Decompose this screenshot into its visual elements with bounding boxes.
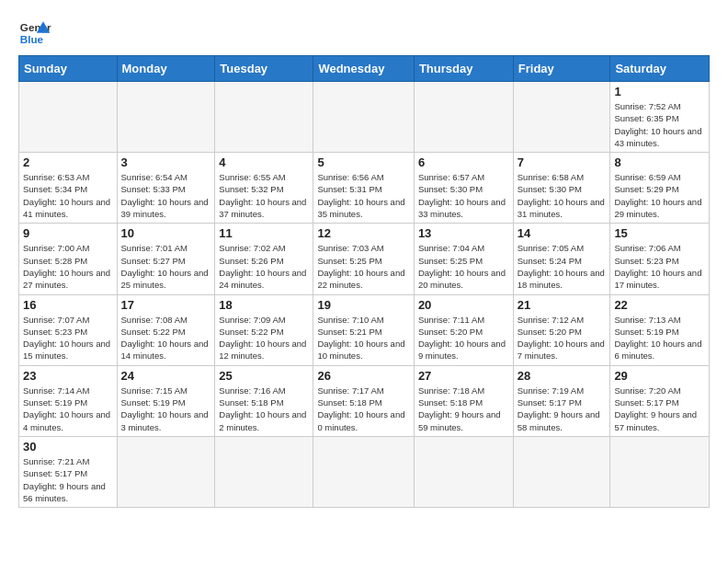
calendar-day-cell: 26Sunrise: 7:17 AM Sunset: 5:18 PM Dayli… [313, 365, 414, 436]
day-info: Sunrise: 7:13 AM Sunset: 5:19 PM Dayligh… [614, 314, 705, 362]
day-number: 3 [121, 155, 211, 169]
day-number: 6 [418, 155, 509, 169]
calendar-week-row: 23Sunrise: 7:14 AM Sunset: 5:19 PM Dayli… [19, 365, 710, 436]
day-number: 13 [418, 226, 509, 240]
day-info: Sunrise: 7:04 AM Sunset: 5:25 PM Dayligh… [418, 242, 509, 291]
day-number: 10 [121, 226, 211, 240]
calendar-day-cell: 10Sunrise: 7:01 AM Sunset: 5:27 PM Dayli… [117, 224, 215, 294]
calendar-day-cell: 15Sunrise: 7:06 AM Sunset: 5:23 PM Dayli… [610, 224, 710, 294]
day-number: 1 [614, 85, 705, 98]
day-info: Sunrise: 7:14 AM Sunset: 5:19 PM Dayligh… [23, 385, 113, 433]
day-number: 23 [23, 369, 113, 383]
day-info: Sunrise: 7:05 AM Sunset: 5:24 PM Dayligh… [518, 242, 607, 291]
calendar-day-cell: 17Sunrise: 7:08 AM Sunset: 5:22 PM Dayli… [117, 294, 215, 365]
day-info: Sunrise: 7:20 AM Sunset: 5:17 PM Dayligh… [614, 385, 705, 433]
day-number: 14 [518, 226, 607, 240]
calendar-day-cell: 16Sunrise: 7:07 AM Sunset: 5:23 PM Dayli… [19, 294, 118, 365]
calendar-table: SundayMondayTuesdayWednesdayThursdayFrid… [18, 55, 710, 508]
calendar-day-cell: 19Sunrise: 7:10 AM Sunset: 5:21 PM Dayli… [313, 294, 414, 365]
day-number: 17 [121, 298, 211, 312]
day-number: 25 [219, 369, 309, 383]
day-info: Sunrise: 7:02 AM Sunset: 5:26 PM Dayligh… [219, 242, 309, 291]
calendar-week-row: 2Sunrise: 6:53 AM Sunset: 5:34 PM Daylig… [19, 153, 710, 224]
calendar-day-cell [513, 82, 610, 153]
day-number: 19 [317, 298, 409, 312]
header: General Blue [18, 15, 710, 48]
generalblue-logo-icon: General Blue [18, 15, 51, 48]
day-info: Sunrise: 7:15 AM Sunset: 5:19 PM Dayligh… [121, 385, 211, 433]
calendar-day-cell [117, 436, 215, 507]
calendar-day-cell: 13Sunrise: 7:04 AM Sunset: 5:25 PM Dayli… [414, 224, 513, 294]
day-info: Sunrise: 6:54 AM Sunset: 5:33 PM Dayligh… [121, 171, 211, 220]
day-info: Sunrise: 6:53 AM Sunset: 5:34 PM Dayligh… [23, 171, 113, 220]
day-info: Sunrise: 7:18 AM Sunset: 5:18 PM Dayligh… [418, 385, 509, 433]
day-number: 30 [23, 440, 113, 454]
calendar-header-wednesday: Wednesday [313, 56, 414, 82]
day-info: Sunrise: 6:59 AM Sunset: 5:29 PM Dayligh… [614, 171, 705, 220]
day-number: 15 [614, 226, 705, 240]
day-number: 18 [219, 298, 309, 312]
day-info: Sunrise: 6:55 AM Sunset: 5:32 PM Dayligh… [219, 171, 309, 220]
day-number: 27 [418, 369, 509, 383]
day-number: 7 [518, 155, 607, 169]
day-info: Sunrise: 7:09 AM Sunset: 5:22 PM Dayligh… [219, 314, 309, 362]
page: General Blue SundayMondayTuesdayWednesda… [0, 0, 728, 517]
day-number: 20 [418, 298, 509, 312]
calendar-day-cell: 28Sunrise: 7:19 AM Sunset: 5:17 PM Dayli… [513, 365, 610, 436]
calendar-day-cell: 7Sunrise: 6:58 AM Sunset: 5:30 PM Daylig… [513, 153, 610, 224]
day-info: Sunrise: 7:17 AM Sunset: 5:18 PM Dayligh… [317, 385, 409, 433]
calendar-day-cell: 4Sunrise: 6:55 AM Sunset: 5:32 PM Daylig… [215, 153, 313, 224]
calendar-day-cell: 8Sunrise: 6:59 AM Sunset: 5:29 PM Daylig… [610, 153, 710, 224]
calendar-day-cell [513, 436, 610, 507]
calendar-header-row: SundayMondayTuesdayWednesdayThursdayFrid… [19, 56, 710, 82]
calendar-day-cell: 6Sunrise: 6:57 AM Sunset: 5:30 PM Daylig… [414, 153, 513, 224]
calendar-day-cell: 29Sunrise: 7:20 AM Sunset: 5:17 PM Dayli… [610, 365, 710, 436]
day-info: Sunrise: 7:08 AM Sunset: 5:22 PM Dayligh… [121, 314, 211, 362]
day-info: Sunrise: 6:57 AM Sunset: 5:30 PM Dayligh… [418, 171, 509, 220]
svg-text:Blue: Blue [20, 33, 44, 45]
day-info: Sunrise: 6:58 AM Sunset: 5:30 PM Dayligh… [518, 171, 607, 220]
calendar-day-cell [313, 82, 414, 153]
calendar-day-cell: 9Sunrise: 7:00 AM Sunset: 5:28 PM Daylig… [19, 224, 118, 294]
day-info: Sunrise: 7:06 AM Sunset: 5:23 PM Dayligh… [614, 242, 705, 291]
day-number: 11 [219, 226, 309, 240]
logo: General Blue [18, 15, 51, 48]
calendar-day-cell: 22Sunrise: 7:13 AM Sunset: 5:19 PM Dayli… [610, 294, 710, 365]
calendar-day-cell [610, 436, 710, 507]
calendar-day-cell: 27Sunrise: 7:18 AM Sunset: 5:18 PM Dayli… [414, 365, 513, 436]
calendar-day-cell [117, 82, 215, 153]
calendar-day-cell: 23Sunrise: 7:14 AM Sunset: 5:19 PM Dayli… [19, 365, 118, 436]
day-info: Sunrise: 7:19 AM Sunset: 5:17 PM Dayligh… [518, 385, 607, 433]
calendar-day-cell: 11Sunrise: 7:02 AM Sunset: 5:26 PM Dayli… [215, 224, 313, 294]
day-number: 28 [518, 369, 607, 383]
day-info: Sunrise: 7:11 AM Sunset: 5:20 PM Dayligh… [418, 314, 509, 362]
calendar-header-thursday: Thursday [414, 56, 513, 82]
day-info: Sunrise: 7:10 AM Sunset: 5:21 PM Dayligh… [317, 314, 409, 362]
day-number: 24 [121, 369, 211, 383]
day-number: 29 [614, 369, 705, 383]
calendar-day-cell [19, 82, 118, 153]
day-info: Sunrise: 7:12 AM Sunset: 5:20 PM Dayligh… [518, 314, 607, 362]
calendar-header-friday: Friday [513, 56, 610, 82]
day-number: 8 [614, 155, 705, 169]
calendar-header-monday: Monday [117, 56, 215, 82]
calendar-week-row: 30Sunrise: 7:21 AM Sunset: 5:17 PM Dayli… [19, 436, 710, 507]
calendar-day-cell: 14Sunrise: 7:05 AM Sunset: 5:24 PM Dayli… [513, 224, 610, 294]
day-number: 2 [23, 155, 113, 169]
day-number: 26 [317, 369, 409, 383]
day-info: Sunrise: 7:01 AM Sunset: 5:27 PM Dayligh… [121, 242, 211, 291]
day-info: Sunrise: 7:21 AM Sunset: 5:17 PM Dayligh… [23, 455, 113, 504]
calendar-week-row: 1Sunrise: 7:52 AM Sunset: 6:35 PM Daylig… [19, 82, 710, 153]
calendar-week-row: 16Sunrise: 7:07 AM Sunset: 5:23 PM Dayli… [19, 294, 710, 365]
calendar-day-cell [215, 82, 313, 153]
calendar-day-cell: 3Sunrise: 6:54 AM Sunset: 5:33 PM Daylig… [117, 153, 215, 224]
day-number: 21 [518, 298, 607, 312]
calendar-day-cell [215, 436, 313, 507]
day-info: Sunrise: 7:00 AM Sunset: 5:28 PM Dayligh… [23, 242, 113, 291]
day-info: Sunrise: 7:07 AM Sunset: 5:23 PM Dayligh… [23, 314, 113, 362]
calendar-week-row: 9Sunrise: 7:00 AM Sunset: 5:28 PM Daylig… [19, 224, 710, 294]
day-number: 12 [317, 226, 409, 240]
day-info: Sunrise: 7:52 AM Sunset: 6:35 PM Dayligh… [614, 100, 705, 149]
day-info: Sunrise: 6:56 AM Sunset: 5:31 PM Dayligh… [317, 171, 409, 220]
calendar-day-cell: 1Sunrise: 7:52 AM Sunset: 6:35 PM Daylig… [610, 82, 710, 153]
